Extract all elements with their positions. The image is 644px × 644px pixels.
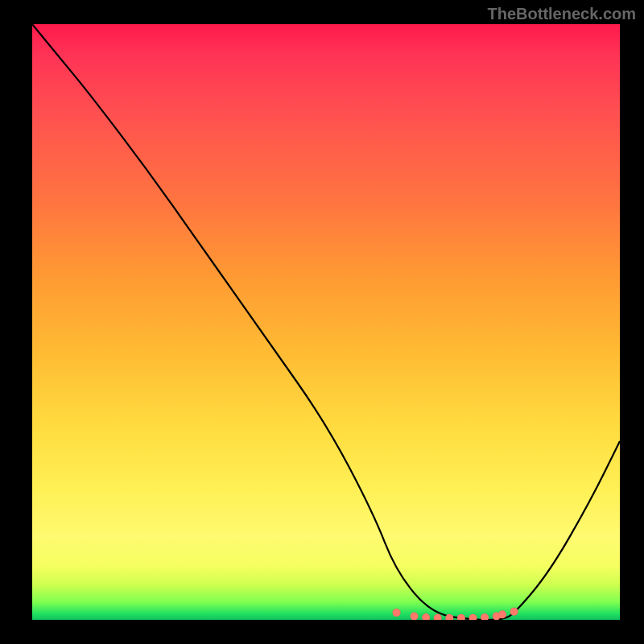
marker-point bbox=[457, 614, 465, 620]
marker-point bbox=[393, 609, 401, 617]
marker-point bbox=[510, 608, 518, 616]
bottleneck-curve-line bbox=[32, 24, 620, 620]
plot-area bbox=[32, 24, 620, 620]
marker-point bbox=[498, 610, 506, 618]
marker-point bbox=[422, 613, 430, 620]
marker-point bbox=[469, 614, 477, 620]
marker-point bbox=[411, 613, 419, 620]
marker-point bbox=[481, 613, 489, 620]
curve-svg bbox=[32, 24, 620, 620]
chart-container: TheBottleneck.com bbox=[0, 0, 644, 644]
watermark-text: TheBottleneck.com bbox=[488, 5, 636, 23]
marker-point bbox=[434, 614, 442, 620]
